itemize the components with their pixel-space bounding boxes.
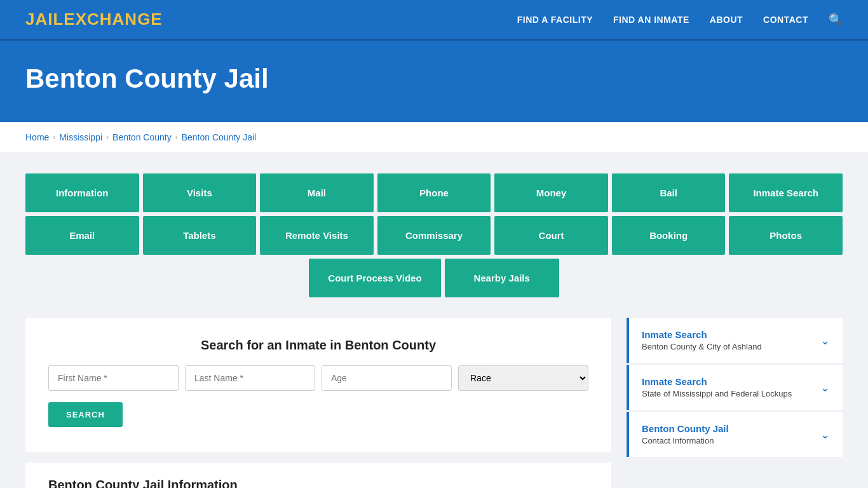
logo-text-part1: JAIL: [25, 10, 64, 29]
sidebar-item-subtitle-2: State of Mississippi and Federal Lockups: [642, 389, 792, 398]
grid-btn-money[interactable]: Money: [494, 173, 608, 212]
age-input[interactable]: [322, 365, 452, 391]
nav-grid-row3: Court Process Video Nearby Jails: [25, 259, 843, 297]
grid-btn-visits[interactable]: Visits: [143, 173, 257, 212]
sidebar-item-subtitle-3: Contact Information: [642, 436, 729, 445]
grid-btn-bail[interactable]: Bail: [612, 173, 726, 212]
breadcrumb-sep-2: ›: [106, 133, 109, 142]
grid-btn-email[interactable]: Email: [25, 216, 139, 255]
grid-btn-nearby-jails[interactable]: Nearby Jails: [445, 259, 559, 297]
chevron-down-icon-3: ⌄: [820, 428, 830, 442]
nav-about[interactable]: ABOUT: [710, 15, 743, 25]
header-search-button[interactable]: 🔍: [829, 13, 843, 27]
first-name-input[interactable]: [48, 365, 179, 391]
nav-contact[interactable]: CONTACT: [763, 15, 808, 25]
main-nav: FIND A FACILITY FIND AN INMATE ABOUT CON…: [517, 13, 843, 27]
grid-btn-photos[interactable]: Photos: [729, 216, 843, 255]
site-logo[interactable]: JAILEXCHANGE: [25, 10, 163, 29]
sidebar-item-inmate-search-local[interactable]: Inmate Search Benton County & City of As…: [627, 318, 843, 363]
grid-btn-inmate-search[interactable]: Inmate Search: [729, 173, 843, 212]
info-section: Benton County Jail Information: [25, 463, 611, 488]
main-content: Information Visits Mail Phone Money Bail…: [0, 153, 868, 488]
inmate-search-panel: Search for an Inmate in Benton County Ra…: [25, 318, 611, 452]
sidebar-item-subtitle-1: Benton County & City of Ashland: [642, 342, 762, 351]
chevron-down-icon-2: ⌄: [820, 381, 830, 395]
nav-find-facility[interactable]: FIND A FACILITY: [517, 15, 593, 25]
sidebar: Inmate Search Benton County & City of As…: [627, 318, 843, 488]
sidebar-item-title-3: Benton County Jail: [642, 423, 729, 434]
nav-grid-row2: Email Tablets Remote Visits Commissary C…: [25, 216, 843, 255]
grid-btn-mail[interactable]: Mail: [260, 173, 374, 212]
search-button[interactable]: SEARCH: [48, 402, 123, 427]
sidebar-item-contact-info[interactable]: Benton County Jail Contact Information ⌄: [627, 412, 843, 457]
breadcrumb: Home › Mississippi › Benton County › Ben…: [0, 122, 868, 153]
grid-btn-commissary[interactable]: Commissary: [377, 216, 491, 255]
grid-btn-tablets[interactable]: Tablets: [143, 216, 257, 255]
breadcrumb-benton-county[interactable]: Benton County: [112, 132, 172, 142]
last-name-input[interactable]: [185, 365, 315, 391]
grid-btn-remote-visits[interactable]: Remote Visits: [260, 216, 374, 255]
grid-btn-court-process-video[interactable]: Court Process Video: [309, 259, 440, 297]
nav-find-inmate[interactable]: FIND AN INMATE: [613, 15, 689, 25]
site-header: JAILEXCHANGE FIND A FACILITY FIND AN INM…: [0, 0, 868, 41]
logo-highlight: E: [64, 10, 75, 29]
grid-btn-court[interactable]: Court: [494, 216, 608, 255]
search-fields: Race White Black Hispanic Asian Other: [48, 365, 588, 391]
search-title: Search for an Inmate in Benton County: [48, 338, 588, 353]
breadcrumb-mississippi[interactable]: Mississippi: [59, 132, 102, 142]
grid-btn-booking[interactable]: Booking: [612, 216, 726, 255]
chevron-down-icon-1: ⌄: [820, 334, 830, 348]
bottom-area: Search for an Inmate in Benton County Ra…: [25, 318, 843, 488]
hero-section: Benton County Jail: [0, 41, 868, 122]
page-title: Benton County Jail: [25, 64, 843, 94]
race-select[interactable]: Race White Black Hispanic Asian Other: [458, 365, 588, 391]
left-column: Search for an Inmate in Benton County Ra…: [25, 318, 611, 488]
sidebar-item-title-1: Inmate Search: [642, 329, 762, 340]
logo-text-part2: XCHANGE: [76, 10, 163, 29]
breadcrumb-sep-1: ›: [53, 133, 55, 142]
info-title: Benton County Jail Information: [48, 478, 588, 488]
sidebar-item-inmate-search-state[interactable]: Inmate Search State of Mississippi and F…: [627, 365, 843, 410]
nav-grid-row1: Information Visits Mail Phone Money Bail…: [25, 173, 843, 212]
grid-btn-phone[interactable]: Phone: [377, 173, 491, 212]
grid-btn-information[interactable]: Information: [25, 173, 139, 212]
sidebar-item-title-2: Inmate Search: [642, 376, 792, 387]
breadcrumb-current: Benton County Jail: [182, 132, 257, 142]
breadcrumb-sep-3: ›: [175, 133, 178, 142]
breadcrumb-home[interactable]: Home: [25, 132, 49, 142]
